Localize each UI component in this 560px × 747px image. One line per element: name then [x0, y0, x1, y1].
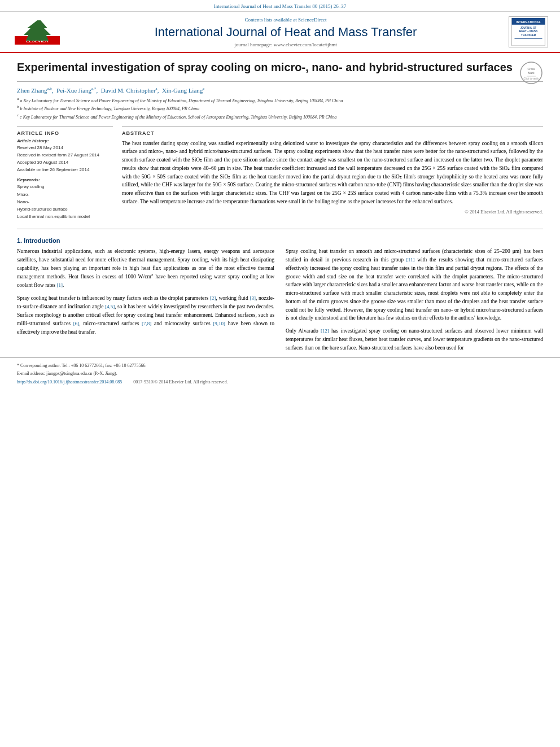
intro-para-4: Only Alvarado [12] has investigated spra… [286, 327, 543, 352]
svg-text:Cross: Cross [527, 67, 535, 71]
received-revised-date: Received in revised form 27 August 2014 [17, 152, 113, 158]
sciencedirect-text[interactable]: ScienceDirect [298, 17, 326, 23]
sciencedirect-link: Contents lists available at ScienceDirec… [71, 17, 500, 23]
abstract-text: The heat transfer during spray cooling w… [122, 139, 543, 206]
svg-text:TRANSFER: TRANSFER [521, 34, 536, 37]
intro-col-left: Numerous industrial applications, such a… [17, 247, 274, 352]
journal-logo-box: INTERNATIONAL JOURNAL OF HEAT – MASS TRA… [509, 16, 548, 47]
section-divider [17, 229, 543, 229]
abstract-column: ABSTRACT The heat transfer during spray … [122, 126, 543, 221]
intro-para-1: Numerous industrial applications, such a… [17, 247, 274, 290]
svg-text:Mark: Mark [528, 71, 535, 75]
introduction-two-columns: Numerous industrial applications, such a… [17, 247, 543, 352]
intro-para-3: Spray cooling heat transfer on smooth an… [286, 247, 543, 322]
history-label: Article history: [17, 138, 113, 143]
accepted-date: Accepted 30 August 2014 [17, 159, 113, 165]
keyword-3: Nano- [17, 199, 113, 205]
svg-marker-2 [24, 20, 51, 41]
affiliation-a: a a Key Laboratory for Thermal Science a… [17, 96, 543, 104]
intro-para-2: Spray cooling heat transfer is influence… [17, 294, 274, 336]
article-title: Experimental investigation of spray cool… [17, 60, 543, 75]
article-info-title: ARTICLE INFO [17, 130, 113, 136]
crossmark-svg: Cross Mark Click to verify [519, 61, 543, 85]
affiliations: a a Key Laboratory for Thermal Science a… [17, 96, 543, 121]
journal-reference-text: International Journal of Heat and Mass T… [214, 3, 347, 9]
journal-header: ELSEVIER Contents lists available at Sci… [0, 12, 560, 53]
author-zhen-zhang: Zhen Zhang [17, 87, 47, 94]
author-xingang-liang: Xin-Gang Liang [162, 87, 203, 94]
journal-homepage: journal homepage: www.elsevier.com/locat… [71, 42, 500, 47]
svg-text:INTERNATIONAL: INTERNATIONAL [516, 20, 541, 24]
affiliation-c: c c Key Laboratory for Thermal Science a… [17, 112, 543, 121]
footer-links: http://dx.doi.org/10.1016/j.ijheatmasstr… [17, 379, 543, 385]
crossmark-logo: Cross Mark Click to verify [519, 61, 543, 85]
introduction-section: 1. Introduction Numerous industrial appl… [0, 237, 560, 352]
journal-header-left: ELSEVIER [9, 19, 65, 45]
article-content: Cross Mark Click to verify Experimental … [0, 53, 560, 221]
article-info-column: ARTICLE INFO Article history: Received 2… [17, 126, 113, 221]
svg-text:HEAT – MASS: HEAT – MASS [519, 30, 538, 33]
journal-reference-bar: International Journal of Heat and Mass T… [0, 0, 560, 12]
intro-col-right: Spray cooling heat transfer on smooth an… [286, 247, 543, 352]
affiliation-b: b b Institute of Nuclear and New Energy … [17, 104, 543, 112]
corresponding-author-note: * Corresponding author. Tel.: +86 10 627… [17, 362, 543, 369]
introduction-title: 1. Introduction [17, 237, 543, 244]
available-online-date: Available online 26 September 2014 [17, 167, 113, 173]
svg-text:Click to verify: Click to verify [524, 77, 540, 80]
article-title-section: Cross Mark Click to verify Experimental … [17, 60, 543, 82]
abstract-title: ABSTRACT [122, 130, 543, 136]
svg-text:JOURNAL OF: JOURNAL OF [520, 27, 537, 29]
article-body: ARTICLE INFO Article history: Received 2… [17, 126, 543, 221]
authors-line: Zhen Zhanga,b, Pei-Xue Jianga,*, David M… [17, 86, 543, 94]
footer-section: * Corresponding author. Tel.: +86 10 627… [0, 357, 560, 389]
doi-link[interactable]: http://dx.doi.org/10.1016/j.ijheatmasstr… [17, 379, 122, 385]
author-peixue-jiang: Pei-Xue Jiang [56, 87, 91, 94]
copyright-line: © 2014 Elsevier Ltd. All rights reserved… [122, 209, 543, 215]
author-david-christopher: David M. Christopher [101, 87, 156, 94]
elsevier-tree-logo: ELSEVIER [15, 19, 60, 45]
keyword-4: Hybrid-structured surface [17, 206, 113, 212]
received-date: Received 28 May 2014 [17, 145, 113, 151]
journal-header-center: Contents lists available at ScienceDirec… [65, 17, 506, 47]
journal-logo-svg: INTERNATIONAL JOURNAL OF HEAT – MASS TRA… [511, 18, 545, 46]
keywords-section: Keywords: Spray cooling Micro- Nano- Hyb… [17, 177, 113, 220]
keyword-5: Local thermal non-equilibrium model [17, 213, 113, 220]
keyword-1: Spray cooling [17, 184, 113, 190]
email-note: E-mail address: jiangpx@tsinghua.edu.cn … [17, 370, 543, 377]
journal-title: International Journal of Heat and Mass T… [71, 25, 500, 40]
keyword-2: Micro- [17, 191, 113, 198]
issn-text: 0017-9310/© 2014 Elsevier Ltd. All right… [133, 379, 228, 385]
journal-header-right: INTERNATIONAL JOURNAL OF HEAT – MASS TRA… [506, 16, 551, 47]
contents-text: Contents lists available at [245, 17, 297, 23]
keywords-label: Keywords: [17, 177, 113, 182]
